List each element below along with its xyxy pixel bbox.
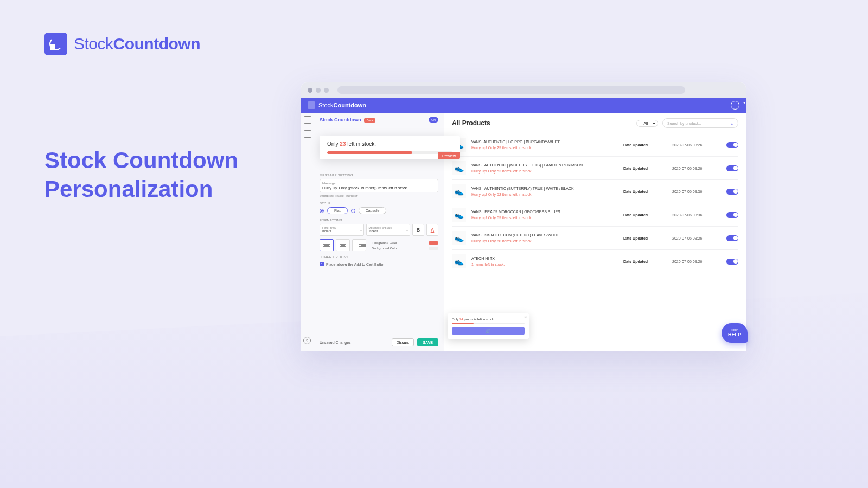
- mini-popup-text: Only 24 products left in stock.: [452, 318, 525, 321]
- align-left-button[interactable]: [320, 239, 334, 251]
- bold-button[interactable]: B: [412, 224, 424, 236]
- product-info: ATECH HI TX |1 items left in stock.: [471, 256, 618, 266]
- product-stock-message: 1 items left in stock.: [471, 262, 618, 266]
- product-toggle[interactable]: [726, 165, 738, 171]
- product-stock-message: Hurry up! Only 29 items left in stock.: [471, 146, 618, 150]
- headline-line-1: Stock Countdown: [44, 146, 238, 175]
- product-toggle[interactable]: [726, 189, 738, 195]
- settings-header: Stock Countdown Beta: [320, 117, 438, 123]
- product-meta-label: Date Updated: [623, 143, 667, 147]
- product-date: 2020-07-06 08:26: [672, 236, 721, 240]
- product-info: VANS | AUTHENTIC | (MULTI EYELETS) | GRA…: [471, 163, 618, 172]
- product-date: 2020-07-06 08:26: [672, 260, 721, 264]
- formatting-section-label: FORMATTING: [320, 219, 438, 222]
- headline-line-2: Personalization: [44, 175, 238, 204]
- product-row[interactable]: 👟VANS | AUTHENTIC | (MULTI EYELETS) | GR…: [452, 157, 738, 180]
- variables-hint: Variables: {{stock_number}}: [320, 194, 438, 197]
- color-button[interactable]: A: [426, 224, 438, 236]
- preview-progress-bar: [327, 151, 452, 154]
- settings-title: Stock Countdown: [320, 117, 361, 123]
- product-thumbnail: 👟: [452, 208, 466, 222]
- products-search-input[interactable]: Search by product... ⌕: [662, 118, 738, 128]
- font-family-dropdown[interactable]: Font Family Inherit: [320, 224, 364, 236]
- product-toggle[interactable]: [726, 235, 738, 241]
- window-maximize-icon[interactable]: [324, 88, 329, 93]
- preview-card: Only 23 left in stock. Preview: [320, 136, 460, 159]
- product-stock-message: Hurry up! Only 69 items left in stock.: [471, 216, 618, 220]
- sidebar-nav-icon-1[interactable]: [304, 116, 311, 124]
- product-toggle[interactable]: [726, 212, 738, 218]
- background-color-row[interactable]: Background Color: [372, 247, 438, 250]
- product-name: VANS | AUTHENTIC (BUTTERFLY) TRUE | WHIT…: [471, 187, 618, 191]
- discard-button[interactable]: Discard: [392, 338, 414, 346]
- style-capsule-radio[interactable]: [351, 209, 355, 213]
- product-row[interactable]: 👟VANS | AUTHENTIC (BUTTERFLY) TRUE | WHI…: [452, 180, 738, 203]
- beta-badge: Beta: [364, 118, 375, 123]
- product-row[interactable]: 👟VANS |AUTHENTIC | LO PRO | BURGANDY/WHI…: [452, 133, 738, 157]
- product-toggle[interactable]: [726, 259, 738, 265]
- product-meta-label: Date Updated: [623, 213, 667, 217]
- help-icon[interactable]: ?: [303, 337, 311, 344]
- headline: Stock Countdown Personalization: [44, 146, 238, 203]
- product-row[interactable]: 👟VANS | ERA 59 MOROCCAN | GEO/DRESS BLUE…: [452, 203, 738, 227]
- product-toggle[interactable]: [726, 142, 738, 148]
- product-stock-message: Hurry up! Only 68 items left in stock.: [471, 239, 618, 243]
- align-center-button[interactable]: [336, 239, 350, 251]
- product-name: ATECH HI TX |: [471, 256, 618, 261]
- product-info: VANS | ERA 59 MOROCCAN | GEO/DRESS BLUES…: [471, 210, 618, 219]
- product-row[interactable]: 👟ATECH HI TX |1 items left in stock.Date…: [452, 250, 738, 273]
- style-flat-radio[interactable]: [320, 209, 324, 213]
- product-meta-label: Date Updated: [623, 166, 667, 170]
- feature-toggle[interactable]: [429, 117, 438, 123]
- sidebar: [301, 113, 314, 351]
- product-list: 👟VANS |AUTHENTIC | LO PRO | BURGANDY/WHI…: [452, 133, 738, 273]
- placement-checkbox[interactable]: [320, 262, 324, 266]
- product-name: VANS | AUTHENTIC | (MULTI EYELETS) | GRA…: [471, 163, 618, 168]
- unsaved-label: Unsaved Changes: [320, 341, 351, 344]
- style-flat-option[interactable]: Flat: [327, 207, 348, 214]
- product-stock-message: Hurry up! Only 52 items left in stock.: [471, 192, 618, 196]
- close-icon[interactable]: ×: [524, 314, 527, 319]
- browser-window: StockCountdown Stock Countdown Beta Only…: [301, 82, 746, 351]
- placement-checkbox-row[interactable]: Place above the Add to Cart Button: [320, 262, 438, 266]
- products-filter-dropdown[interactable]: All: [636, 120, 658, 127]
- brand-logo-icon: [44, 33, 67, 55]
- message-label: Message: [322, 182, 436, 185]
- window-close-icon[interactable]: [308, 88, 312, 93]
- mini-cart-button[interactable]: 🛒: [452, 327, 525, 335]
- product-name: VANS |AUTHENTIC | LO PRO | BURGANDY/WHIT…: [471, 140, 618, 144]
- font-size-dropdown[interactable]: Message Font Size Inherit: [366, 224, 411, 236]
- align-right-button[interactable]: [352, 239, 366, 251]
- product-name: VANS | SK8-HI DECON (CUTOUT) LEAVES/WHIT…: [471, 233, 618, 237]
- settings-panel: Stock Countdown Beta Only 23 left in sto…: [314, 113, 444, 351]
- product-date: 2020-07-06 08:26: [672, 166, 721, 170]
- search-icon[interactable]: ⌕: [731, 120, 733, 126]
- mini-preview-popup: × Only 24 products left in stock. 🛒: [448, 313, 529, 339]
- save-button[interactable]: SAVE: [417, 338, 438, 346]
- sidebar-nav-icon-2[interactable]: [304, 130, 311, 138]
- user-menu-icon[interactable]: [731, 101, 739, 110]
- product-thumbnail: 👟: [452, 161, 466, 175]
- style-capsule-option[interactable]: Capsule: [359, 207, 387, 214]
- product-info: VANS |AUTHENTIC | LO PRO | BURGANDY/WHIT…: [471, 140, 618, 149]
- foreground-color-row[interactable]: Foreground Color: [372, 241, 438, 245]
- help-bubble[interactable]: NEED HELP: [722, 323, 748, 343]
- app-body: Stock Countdown Beta Only 23 left in sto…: [301, 113, 746, 351]
- url-bar[interactable]: [337, 86, 685, 94]
- product-stock-message: Hurry up! Only 53 items left in stock.: [471, 169, 618, 173]
- product-info: VANS | SK8-HI DECON (CUTOUT) LEAVES/WHIT…: [471, 233, 618, 242]
- window-minimize-icon[interactable]: [316, 88, 321, 93]
- message-value: Hurry up! Only {{stock_number}} items le…: [322, 186, 436, 190]
- browser-chrome: [301, 82, 746, 98]
- product-info: VANS | AUTHENTIC (BUTTERFLY) TRUE | WHIT…: [471, 187, 618, 196]
- product-name: VANS | ERA 59 MOROCCAN | GEO/DRESS BLUES: [471, 210, 618, 214]
- product-meta-label: Date Updated: [623, 236, 667, 240]
- product-thumbnail: 👟: [452, 254, 466, 268]
- product-row[interactable]: 👟VANS | SK8-HI DECON (CUTOUT) LEAVES/WHI…: [452, 227, 738, 250]
- product-thumbnail: 👟: [452, 184, 466, 198]
- app-title: StockCountdown: [318, 102, 366, 108]
- preview-text: Only 23 left in stock.: [327, 141, 452, 147]
- preview-badge[interactable]: Preview: [438, 152, 460, 159]
- message-input[interactable]: Message Hurry up! Only {{stock_number}} …: [320, 179, 438, 192]
- style-section-label: STYLE: [320, 202, 438, 205]
